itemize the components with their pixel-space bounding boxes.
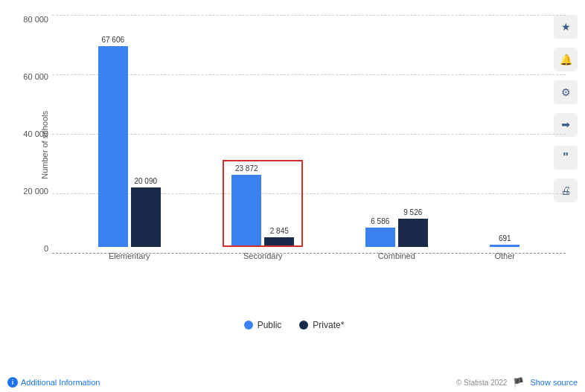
bar-combined-public-value: 6 586	[371, 217, 389, 225]
legend-private-label: Private*	[313, 320, 344, 330]
x-label-secondary: Secondary	[243, 251, 283, 260]
bar-elementary-public: 67 606	[98, 36, 128, 247]
bar-other-public: 691	[490, 234, 520, 247]
flag-icon: 🏴	[513, 377, 524, 388]
additional-info-label: Additional Information	[21, 378, 100, 387]
bars-area: 67 606 20 090 Elementary	[52, 22, 566, 260]
legend-private-dot	[299, 321, 308, 330]
bar-secondary-private-value: 2 845	[270, 227, 289, 235]
x-label-combined: Combined	[378, 251, 415, 260]
y-tick-60000: 60 000	[23, 72, 48, 81]
bar-secondary-public: 23 872	[231, 164, 261, 245]
secondary-highlight-box: 23 872 2 845	[223, 160, 303, 247]
chart-container: Number of schools 80 000 60 000 40 000 2…	[0, 0, 551, 364]
y-tick-20000: 20 000	[23, 187, 48, 196]
y-tick-40000: 40 000	[23, 129, 48, 138]
bar-combined-private-value: 9 526	[403, 208, 422, 216]
x-label-elementary: Elementary	[109, 251, 150, 260]
legend-public: Public	[244, 320, 282, 330]
bar-combined-public: 6 586	[365, 217, 395, 247]
bar-secondary-public-value: 23 872	[235, 164, 258, 173]
y-tick-0: 0	[44, 244, 48, 253]
chart-legend: Public Private*	[52, 320, 536, 330]
x-label-other: Other	[494, 251, 515, 260]
bar-other-public-value: 691	[499, 234, 511, 242]
statista-credit: © Statista 2022	[456, 379, 508, 387]
bar-secondary-private: 2 845	[264, 227, 294, 245]
bar-group-elementary: 67 606 20 090 Elementary	[98, 36, 161, 260]
bar-combined-private: 9 526	[398, 208, 428, 247]
info-icon: i	[7, 377, 18, 388]
bar-elementary-public-value: 67 606	[101, 36, 124, 44]
legend-private: Private*	[299, 320, 344, 330]
footer: i Additional Information © Statista 2022…	[0, 377, 585, 388]
show-source-link[interactable]: Show source	[530, 378, 578, 387]
legend-public-label: Public	[258, 320, 282, 330]
bar-elementary-private: 20 090	[131, 177, 161, 247]
chart-plot-area: 80 000 60 000 40 000 20 000 0	[52, 15, 536, 283]
bar-group-other: 691 Other	[490, 234, 520, 260]
bar-group-secondary: 23 872 2 845 Secondary	[223, 160, 303, 260]
grid-line-80000	[52, 15, 566, 16]
legend-public-dot	[244, 321, 253, 330]
y-tick-80000: 80 000	[23, 15, 48, 24]
bar-elementary-private-value: 20 090	[134, 177, 157, 185]
footer-right: © Statista 2022 🏴 Show source	[456, 377, 578, 388]
additional-info-link[interactable]: i Additional Information	[7, 377, 100, 388]
bar-group-combined: 6 586 9 526 Combined	[365, 208, 428, 260]
